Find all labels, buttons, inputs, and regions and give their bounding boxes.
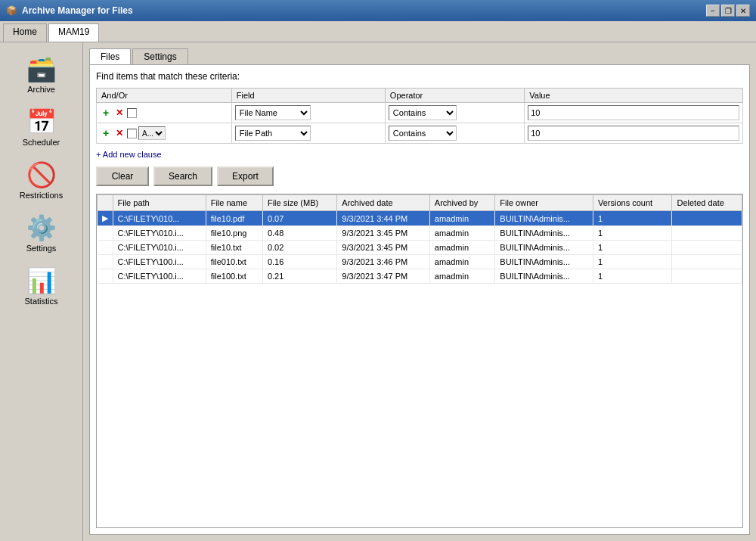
row-indicator: ▶ <box>98 211 113 226</box>
col-versionscount: Versions count <box>593 195 672 211</box>
col-archivedby: Archived by <box>429 195 494 211</box>
sidebar-item-scheduler[interactable]: 📅 Scheduler <box>0 101 82 153</box>
row-indicator <box>98 226 113 241</box>
sidebar-item-settings-label: Settings <box>26 244 57 253</box>
row-file-owner: BUILTIN\Adminis... <box>495 269 593 284</box>
row-archived-by: amadmin <box>429 269 494 284</box>
row-file-owner: BUILTIN\Adminis... <box>495 226 593 241</box>
col-deleteddate: Deleted date <box>672 195 742 211</box>
row2-remove-btn[interactable]: ✕ <box>113 127 125 139</box>
row-versions-count: 1 <box>593 241 672 255</box>
main-layout: 🗃️ Archive 📅 Scheduler 🚫 Restrictions ⚙️… <box>0 42 756 541</box>
results-wrapper: File path File name File size (MB) Archi… <box>96 194 743 528</box>
row2-operator-select[interactable]: Contains Equals Starts with Ends with <box>389 126 457 141</box>
settings-icon: ⚙️ <box>26 213 57 242</box>
row-archived-date: 9/3/2021 3:47 PM <box>337 269 429 284</box>
row-file-owner: BUILTIN\Adminis... <box>495 255 593 269</box>
col-field: Field <box>231 89 385 103</box>
search-button[interactable]: Search <box>153 166 212 186</box>
row-file-owner: BUILTIN\Adminis... <box>495 211 593 226</box>
row-filesize: 0.21 <box>262 269 336 284</box>
tab-settings[interactable]: Settings <box>132 48 187 64</box>
table-row[interactable]: C:\FILETY\100.i...file100.txt0.219/3/202… <box>98 269 742 284</box>
row-filepath: C:\FILETY\010.i... <box>113 226 206 241</box>
sidebar-item-restrictions-label: Restrictions <box>20 191 63 200</box>
col-fileowner: File owner <box>495 195 593 211</box>
col-indicator <box>98 195 113 211</box>
row-archived-by: amadmin <box>429 255 494 269</box>
col-filename: File name <box>206 195 262 211</box>
close-button[interactable]: ✕ <box>736 5 750 17</box>
app-title: Archive Manager for Files <box>22 5 133 16</box>
row-archived-by: amadmin <box>429 211 494 226</box>
tab-mam19[interactable]: MAM19 <box>48 23 99 42</box>
sidebar-item-restrictions[interactable]: 🚫 Restrictions <box>0 154 82 206</box>
row-versions-count: 1 <box>593 269 672 284</box>
add-clause-link[interactable]: + Add new clause <box>96 150 743 159</box>
row2-add-btn[interactable]: + <box>100 127 112 139</box>
row-archived-date: 9/3/2021 3:46 PM <box>337 255 429 269</box>
minimize-button[interactable]: − <box>706 5 720 17</box>
row-filepath: C:\FILETY\010.i... <box>113 241 206 255</box>
row1-operator-select[interactable]: Contains Equals Starts with Ends with <box>389 105 457 120</box>
row-filesize: 0.07 <box>262 211 336 226</box>
row-filepath: C:\FILETY\010... <box>113 211 206 226</box>
row1-remove-btn[interactable]: ✕ <box>113 107 125 119</box>
tab-files[interactable]: Files <box>89 48 131 64</box>
row-filesize: 0.16 <box>262 255 336 269</box>
row-archived-by: amadmin <box>429 226 494 241</box>
inner-tab-bar: Files Settings <box>89 48 750 64</box>
sidebar-item-settings[interactable]: ⚙️ Settings <box>0 207 82 259</box>
results-table: File path File name File size (MB) Archi… <box>97 194 742 284</box>
statistics-icon: 📊 <box>26 266 57 295</box>
criteria-label: Find items that match these criteria: <box>96 71 743 82</box>
restrictions-icon: 🚫 <box>26 160 57 189</box>
col-filesize: File size (MB) <box>262 195 336 211</box>
row-deleted-date <box>672 226 742 241</box>
row1-field-select[interactable]: File Name File Path File size (MB) Archi… <box>235 105 311 120</box>
row-filesize: 0.02 <box>262 241 336 255</box>
col-andor: And/Or <box>97 89 232 103</box>
app-tab-bar: Home MAM19 <box>0 21 756 42</box>
row-indicator <box>98 269 113 284</box>
row1-checkbox[interactable] <box>127 108 137 118</box>
scheduler-icon: 📅 <box>26 107 57 136</box>
row-deleted-date <box>672 269 742 284</box>
row1-value-input[interactable] <box>528 105 739 120</box>
sidebar-item-scheduler-label: Scheduler <box>23 138 60 147</box>
row2-checkbox[interactable] <box>127 129 137 138</box>
table-row[interactable]: C:\FILETY\010.i...file10.png0.489/3/2021… <box>98 226 742 241</box>
table-row[interactable]: C:\FILETY\100.i...file010.txt0.169/3/202… <box>98 255 742 269</box>
row-archived-date: 9/3/2021 3:45 PM <box>337 226 429 241</box>
sidebar-item-statistics[interactable]: 📊 Statistics <box>0 260 82 312</box>
row2-andor-select[interactable]: A... And Or <box>138 126 166 140</box>
row-filename: file010.txt <box>206 255 262 269</box>
row-filename: file10.pdf <box>206 211 262 226</box>
col-value: Value <box>525 89 743 103</box>
row-indicator <box>98 255 113 269</box>
clear-button[interactable]: Clear <box>96 166 149 186</box>
app-icon: 📦 <box>6 5 17 16</box>
col-operator: Operator <box>385 89 524 103</box>
row-filename: file10.txt <box>206 241 262 255</box>
row2-field-select[interactable]: File Name File Path File size (MB) Archi… <box>235 126 311 141</box>
row-filepath: C:\FILETY\100.i... <box>113 269 206 284</box>
criteria-table: And/Or Field Operator Value + ✕ <box>96 88 743 144</box>
row1-add-btn[interactable]: + <box>100 107 112 119</box>
export-button[interactable]: Export <box>217 166 274 186</box>
row-deleted-date <box>672 241 742 255</box>
criteria-row-1: + ✕ File Name File Path File size (MB) A… <box>97 103 743 123</box>
tab-home[interactable]: Home <box>3 23 47 42</box>
row-deleted-date <box>672 211 742 226</box>
row-deleted-date <box>672 255 742 269</box>
sidebar-item-archive-label: Archive <box>27 85 55 94</box>
row-indicator <box>98 241 113 255</box>
table-row[interactable]: C:\FILETY\010.i...file10.txt0.029/3/2021… <box>98 241 742 255</box>
row-versions-count: 1 <box>593 226 672 241</box>
row-archived-by: amadmin <box>429 241 494 255</box>
sidebar-item-archive[interactable]: 🗃️ Archive <box>0 48 82 100</box>
col-filepath: File path <box>113 195 206 211</box>
row2-value-input[interactable] <box>528 126 739 141</box>
restore-button[interactable]: ❐ <box>721 5 735 17</box>
table-row[interactable]: ▶C:\FILETY\010...file10.pdf0.079/3/2021 … <box>98 211 742 226</box>
